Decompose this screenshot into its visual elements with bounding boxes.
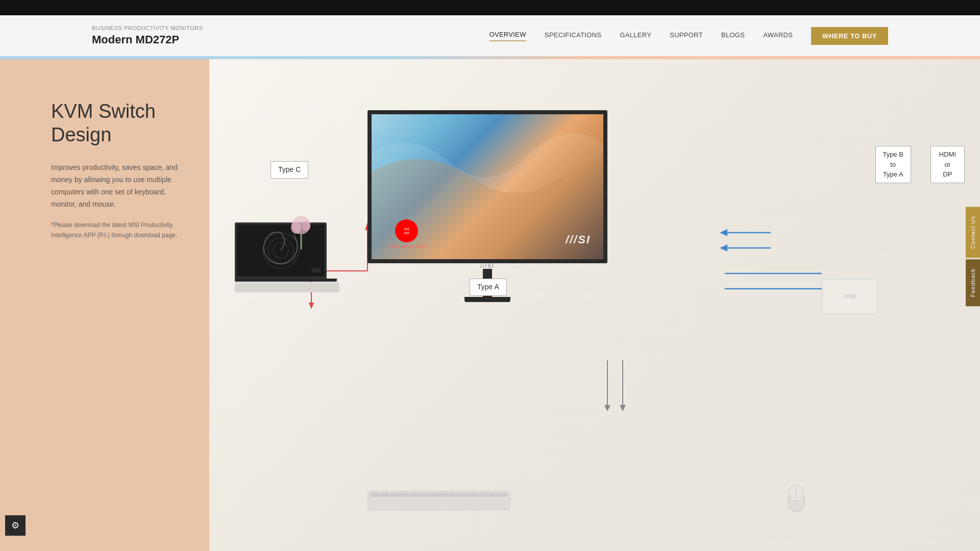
label-hdmi-dp: HDMI or DP xyxy=(930,146,965,183)
product-title: Modern MD272P xyxy=(92,33,203,46)
gear-icon: ⚙ xyxy=(11,520,19,531)
mouse-icon xyxy=(786,483,806,513)
header-left: BUSINESS PRODUCTIVITY MONITORS Modern MD… xyxy=(92,25,203,46)
header-nav: OVERVIEW SPECIFICATIONS GALLERY SUPPORT … xyxy=(489,27,888,45)
main-content: KVM SwitchDesign Improves productivity, … xyxy=(0,59,980,551)
contact-us-tab[interactable]: Contact Us xyxy=(966,207,980,258)
monitor-bottom-label: ///SI xyxy=(368,263,607,269)
header: BUSINESS PRODUCTIVITY MONITORS Modern MD… xyxy=(0,15,980,56)
label-type-c: Type C xyxy=(271,161,308,179)
nav-specifications[interactable]: SPECIFICATIONS xyxy=(545,31,602,41)
feedback-tab[interactable]: Feedback xyxy=(966,259,980,306)
desktop-brand-label: ///SI xyxy=(844,293,856,299)
reddot-badge: reddot reddot winner 2021 xyxy=(387,219,426,249)
main-keyboard xyxy=(368,491,510,510)
nav-awards[interactable]: AWARDS xyxy=(763,31,793,41)
breadcrumb: BUSINESS PRODUCTIVITY MONITORS xyxy=(92,25,203,31)
svg-point-19 xyxy=(291,221,301,234)
nav-overview[interactable]: OVERVIEW xyxy=(489,31,526,41)
kvm-description: Improves productivity, saves space, and … xyxy=(51,162,184,210)
decorative-plant xyxy=(288,215,314,253)
kvm-title: KVM SwitchDesign xyxy=(51,100,184,146)
top-bar xyxy=(0,0,980,15)
nav-blogs[interactable]: BLOGS xyxy=(721,31,745,41)
laptop-lid-edge xyxy=(235,279,337,282)
svg-point-20 xyxy=(302,221,310,231)
right-area: ///SI xyxy=(209,59,980,551)
side-tabs: Contact Us Feedback xyxy=(966,207,980,306)
plant-icon xyxy=(288,215,314,251)
where-to-buy-button[interactable]: WHERE TO BUY xyxy=(811,27,888,45)
label-type-b-to-a: Type B to Type A xyxy=(875,146,911,183)
monitor-base xyxy=(464,297,510,302)
monitor-msi-brand: ///SI xyxy=(566,233,591,246)
nav-gallery[interactable]: GALLERY xyxy=(620,31,651,41)
laptop-keyboard xyxy=(235,282,339,292)
nav-support[interactable]: SUPPORT xyxy=(670,31,703,41)
kvm-note: *Please download the latest MSI Producti… xyxy=(51,220,184,240)
main-monitor: reddot reddot winner 2021 ///SI ///SI xyxy=(368,110,607,302)
settings-button[interactable]: ⚙ xyxy=(5,515,26,536)
mouse xyxy=(786,483,806,515)
laptop-brand-label: ///SI xyxy=(311,268,321,273)
left-panel: KVM SwitchDesign Improves productivity, … xyxy=(0,59,209,551)
desktop-device: ///SI xyxy=(822,279,878,314)
label-type-a: Type A xyxy=(470,279,507,296)
